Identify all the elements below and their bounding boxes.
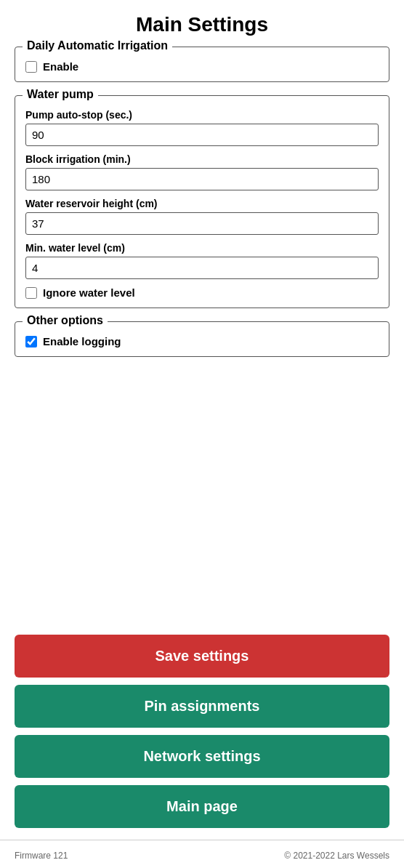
pump-autostop-label: Pump auto-stop (sec.) <box>25 109 379 121</box>
ignore-water-checkbox[interactable] <box>25 287 37 299</box>
reservoir-height-group: Water reservoir height (cm) <box>25 198 379 235</box>
min-water-level-group: Min. water level (cm) <box>25 242 379 279</box>
enable-irrigation-row[interactable]: Enable <box>25 60 379 73</box>
enable-irrigation-checkbox[interactable] <box>25 61 37 73</box>
min-water-level-input[interactable] <box>25 257 379 279</box>
pump-autostop-group: Pump auto-stop (sec.) <box>25 109 379 146</box>
block-irrigation-group: Block irrigation (min.) <box>25 153 379 190</box>
reservoir-height-label: Water reservoir height (cm) <box>25 198 379 209</box>
main-page-button[interactable]: Main page <box>15 785 389 828</box>
pump-autostop-input[interactable] <box>25 124 379 146</box>
enable-logging-row[interactable]: Enable logging <box>25 335 379 347</box>
min-water-level-label: Min. water level (cm) <box>25 242 379 254</box>
reservoir-height-input[interactable] <box>25 212 379 235</box>
water-pump-legend: Water pump <box>23 88 98 101</box>
other-options-legend: Other options <box>23 314 108 327</box>
footer: Firmware 121 © 2021-2022 Lars Wessels <box>0 840 404 868</box>
daily-irrigation-legend: Daily Automatic Irrigation <box>23 39 172 52</box>
block-irrigation-label: Block irrigation (min.) <box>25 153 379 165</box>
enable-irrigation-label: Enable <box>43 60 78 73</box>
water-pump-section: Water pump Pump auto-stop (sec.) Block i… <box>15 95 389 308</box>
block-irrigation-input[interactable] <box>25 168 379 190</box>
enable-logging-checkbox[interactable] <box>25 336 37 347</box>
save-settings-button[interactable]: Save settings <box>15 635 389 678</box>
network-settings-button[interactable]: Network settings <box>15 735 389 778</box>
daily-irrigation-section: Daily Automatic Irrigation Enable <box>15 47 389 82</box>
enable-logging-label: Enable logging <box>43 335 121 347</box>
footer-firmware: Firmware 121 <box>15 851 68 861</box>
ignore-water-row[interactable]: Ignore water level <box>25 286 379 299</box>
other-options-section: Other options Enable logging <box>15 321 389 357</box>
buttons-section: Save settings Pin assignments Network se… <box>0 627 404 828</box>
pin-assignments-button[interactable]: Pin assignments <box>15 685 389 728</box>
ignore-water-label: Ignore water level <box>43 286 135 299</box>
footer-copyright: © 2021-2022 Lars Wessels <box>284 851 389 861</box>
